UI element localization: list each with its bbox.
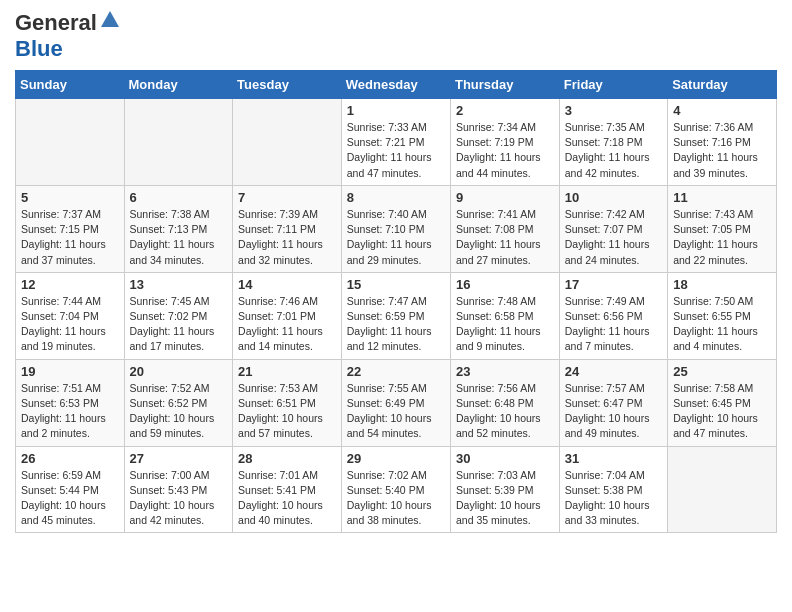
day-info: Sunrise: 7:53 AMSunset: 6:51 PMDaylight:…	[238, 381, 336, 442]
day-info: Sunrise: 7:52 AMSunset: 6:52 PMDaylight:…	[130, 381, 228, 442]
calendar-cell	[16, 99, 125, 186]
day-info: Sunrise: 7:37 AMSunset: 7:15 PMDaylight:…	[21, 207, 119, 268]
calendar-week-3: 19Sunrise: 7:51 AMSunset: 6:53 PMDayligh…	[16, 359, 777, 446]
day-number: 6	[130, 190, 228, 205]
day-number: 26	[21, 451, 119, 466]
day-number: 19	[21, 364, 119, 379]
day-info: Sunrise: 7:42 AMSunset: 7:07 PMDaylight:…	[565, 207, 662, 268]
calendar-week-2: 12Sunrise: 7:44 AMSunset: 7:04 PMDayligh…	[16, 272, 777, 359]
calendar-cell: 8Sunrise: 7:40 AMSunset: 7:10 PMDaylight…	[341, 185, 450, 272]
page-container: General Blue SundayMondayTuesdayWednesda…	[0, 0, 792, 543]
day-info: Sunrise: 7:44 AMSunset: 7:04 PMDaylight:…	[21, 294, 119, 355]
day-info: Sunrise: 7:40 AMSunset: 7:10 PMDaylight:…	[347, 207, 445, 268]
svg-marker-0	[101, 11, 119, 27]
calendar-cell: 5Sunrise: 7:37 AMSunset: 7:15 PMDaylight…	[16, 185, 125, 272]
day-info: Sunrise: 7:36 AMSunset: 7:16 PMDaylight:…	[673, 120, 771, 181]
day-number: 13	[130, 277, 228, 292]
day-number: 21	[238, 364, 336, 379]
logo-blue: Blue	[15, 36, 63, 61]
day-info: Sunrise: 7:43 AMSunset: 7:05 PMDaylight:…	[673, 207, 771, 268]
day-info: Sunrise: 7:00 AMSunset: 5:43 PMDaylight:…	[130, 468, 228, 529]
calendar-cell: 28Sunrise: 7:01 AMSunset: 5:41 PMDayligh…	[233, 446, 342, 533]
day-number: 12	[21, 277, 119, 292]
calendar-cell: 25Sunrise: 7:58 AMSunset: 6:45 PMDayligh…	[668, 359, 777, 446]
day-info: Sunrise: 7:57 AMSunset: 6:47 PMDaylight:…	[565, 381, 662, 442]
day-number: 7	[238, 190, 336, 205]
day-info: Sunrise: 7:51 AMSunset: 6:53 PMDaylight:…	[21, 381, 119, 442]
calendar-cell	[124, 99, 233, 186]
day-number: 9	[456, 190, 554, 205]
day-number: 3	[565, 103, 662, 118]
calendar-cell: 13Sunrise: 7:45 AMSunset: 7:02 PMDayligh…	[124, 272, 233, 359]
calendar-cell: 24Sunrise: 7:57 AMSunset: 6:47 PMDayligh…	[559, 359, 667, 446]
calendar-cell: 10Sunrise: 7:42 AMSunset: 7:07 PMDayligh…	[559, 185, 667, 272]
logo-icon	[99, 9, 121, 29]
day-info: Sunrise: 7:39 AMSunset: 7:11 PMDaylight:…	[238, 207, 336, 268]
calendar-cell: 12Sunrise: 7:44 AMSunset: 7:04 PMDayligh…	[16, 272, 125, 359]
day-info: Sunrise: 7:33 AMSunset: 7:21 PMDaylight:…	[347, 120, 445, 181]
day-number: 4	[673, 103, 771, 118]
day-info: Sunrise: 6:59 AMSunset: 5:44 PMDaylight:…	[21, 468, 119, 529]
calendar-cell: 22Sunrise: 7:55 AMSunset: 6:49 PMDayligh…	[341, 359, 450, 446]
calendar-cell: 9Sunrise: 7:41 AMSunset: 7:08 PMDaylight…	[450, 185, 559, 272]
day-number: 23	[456, 364, 554, 379]
calendar-cell: 26Sunrise: 6:59 AMSunset: 5:44 PMDayligh…	[16, 446, 125, 533]
weekday-saturday: Saturday	[668, 71, 777, 99]
calendar-cell: 27Sunrise: 7:00 AMSunset: 5:43 PMDayligh…	[124, 446, 233, 533]
calendar-cell: 18Sunrise: 7:50 AMSunset: 6:55 PMDayligh…	[668, 272, 777, 359]
day-number: 14	[238, 277, 336, 292]
calendar-cell: 1Sunrise: 7:33 AMSunset: 7:21 PMDaylight…	[341, 99, 450, 186]
day-info: Sunrise: 7:41 AMSunset: 7:08 PMDaylight:…	[456, 207, 554, 268]
calendar-week-0: 1Sunrise: 7:33 AMSunset: 7:21 PMDaylight…	[16, 99, 777, 186]
calendar-cell: 29Sunrise: 7:02 AMSunset: 5:40 PMDayligh…	[341, 446, 450, 533]
day-number: 15	[347, 277, 445, 292]
day-info: Sunrise: 7:34 AMSunset: 7:19 PMDaylight:…	[456, 120, 554, 181]
day-number: 5	[21, 190, 119, 205]
weekday-monday: Monday	[124, 71, 233, 99]
weekday-friday: Friday	[559, 71, 667, 99]
calendar-cell: 17Sunrise: 7:49 AMSunset: 6:56 PMDayligh…	[559, 272, 667, 359]
day-info: Sunrise: 7:50 AMSunset: 6:55 PMDaylight:…	[673, 294, 771, 355]
calendar-week-1: 5Sunrise: 7:37 AMSunset: 7:15 PMDaylight…	[16, 185, 777, 272]
day-number: 17	[565, 277, 662, 292]
day-number: 18	[673, 277, 771, 292]
logo: General Blue	[15, 10, 121, 62]
calendar-cell: 3Sunrise: 7:35 AMSunset: 7:18 PMDaylight…	[559, 99, 667, 186]
day-info: Sunrise: 7:46 AMSunset: 7:01 PMDaylight:…	[238, 294, 336, 355]
calendar-cell: 6Sunrise: 7:38 AMSunset: 7:13 PMDaylight…	[124, 185, 233, 272]
day-number: 8	[347, 190, 445, 205]
day-info: Sunrise: 7:03 AMSunset: 5:39 PMDaylight:…	[456, 468, 554, 529]
calendar-cell: 16Sunrise: 7:48 AMSunset: 6:58 PMDayligh…	[450, 272, 559, 359]
weekday-tuesday: Tuesday	[233, 71, 342, 99]
weekday-thursday: Thursday	[450, 71, 559, 99]
day-info: Sunrise: 7:01 AMSunset: 5:41 PMDaylight:…	[238, 468, 336, 529]
header: General Blue	[15, 10, 777, 62]
calendar-cell: 23Sunrise: 7:56 AMSunset: 6:48 PMDayligh…	[450, 359, 559, 446]
day-number: 28	[238, 451, 336, 466]
day-number: 20	[130, 364, 228, 379]
day-number: 31	[565, 451, 662, 466]
day-number: 24	[565, 364, 662, 379]
day-info: Sunrise: 7:56 AMSunset: 6:48 PMDaylight:…	[456, 381, 554, 442]
day-info: Sunrise: 7:58 AMSunset: 6:45 PMDaylight:…	[673, 381, 771, 442]
calendar-cell: 11Sunrise: 7:43 AMSunset: 7:05 PMDayligh…	[668, 185, 777, 272]
calendar-cell: 14Sunrise: 7:46 AMSunset: 7:01 PMDayligh…	[233, 272, 342, 359]
day-number: 27	[130, 451, 228, 466]
weekday-sunday: Sunday	[16, 71, 125, 99]
day-number: 22	[347, 364, 445, 379]
day-number: 1	[347, 103, 445, 118]
day-number: 10	[565, 190, 662, 205]
calendar-cell: 15Sunrise: 7:47 AMSunset: 6:59 PMDayligh…	[341, 272, 450, 359]
day-number: 30	[456, 451, 554, 466]
weekday-header-row: SundayMondayTuesdayWednesdayThursdayFrid…	[16, 71, 777, 99]
day-info: Sunrise: 7:38 AMSunset: 7:13 PMDaylight:…	[130, 207, 228, 268]
day-number: 25	[673, 364, 771, 379]
day-number: 11	[673, 190, 771, 205]
calendar-cell	[233, 99, 342, 186]
day-info: Sunrise: 7:48 AMSunset: 6:58 PMDaylight:…	[456, 294, 554, 355]
calendar-cell: 21Sunrise: 7:53 AMSunset: 6:51 PMDayligh…	[233, 359, 342, 446]
day-number: 2	[456, 103, 554, 118]
day-info: Sunrise: 7:45 AMSunset: 7:02 PMDaylight:…	[130, 294, 228, 355]
calendar-table: SundayMondayTuesdayWednesdayThursdayFrid…	[15, 70, 777, 533]
day-info: Sunrise: 7:04 AMSunset: 5:38 PMDaylight:…	[565, 468, 662, 529]
